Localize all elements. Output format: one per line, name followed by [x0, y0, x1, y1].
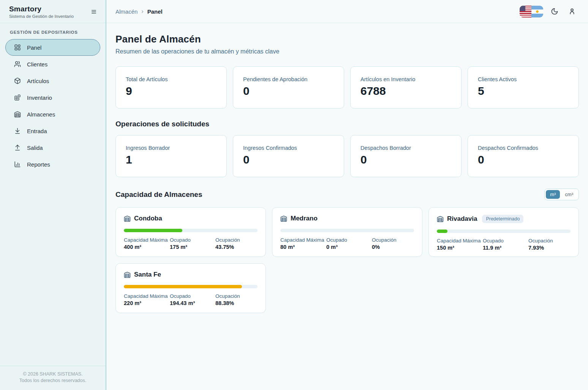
sidebar-item-label: Inventario: [27, 94, 52, 101]
us-flag-icon: [520, 6, 531, 17]
arrow-down-to-line-icon: [14, 127, 21, 134]
stat-card-clientes-activos: Clientes Activos 5: [468, 66, 579, 109]
capacity-progress-fill: [437, 230, 447, 233]
argentina-flag-icon: [531, 6, 543, 17]
capacity-max-value: 80 m³: [280, 244, 326, 250]
sidebar-item-almacenes[interactable]: Almacenes: [5, 106, 100, 123]
occupied-label: Ocupado: [170, 293, 215, 299]
stat-value: 0: [360, 153, 451, 166]
occupancy-label: Ocupación: [372, 237, 414, 243]
content: Panel de Almacén Resumen de las operacio…: [106, 23, 588, 390]
capacity-progress-track: [124, 285, 258, 288]
default-badge: Predeterminado: [482, 215, 523, 223]
stat-value: 1: [126, 153, 217, 166]
stat-value: 0: [243, 85, 334, 98]
capacity-max-value: 220 m³: [124, 300, 170, 306]
warehouse-name: Condoba: [134, 215, 162, 222]
breadcrumb-current: Panel: [147, 8, 163, 15]
language-toggle-button[interactable]: [520, 6, 543, 17]
warehouse-icon: [437, 215, 444, 222]
sidebar-item-label: Artículos: [27, 78, 49, 84]
copyright-line: © 2026 SHARK SISTEMAS.: [4, 371, 102, 377]
breadcrumb-almacen-link[interactable]: Almacén: [115, 8, 138, 15]
page-subtitle: Resumen de las operaciones de tu almacén…: [115, 48, 579, 55]
sidebar-item-entrada[interactable]: Entrada: [5, 123, 100, 139]
dashboard-icon: [14, 44, 21, 51]
capacity-max-label: Capacidad Máxima: [437, 238, 483, 244]
user-menu-button[interactable]: [566, 5, 578, 17]
sidebar-item-articulos[interactable]: Artículos: [5, 72, 100, 89]
capacity-section-title: Capacidad de Almacenes: [115, 190, 202, 199]
unit-cm3-button[interactable]: cm³: [561, 190, 577, 199]
occupancy-value: 88.38%: [215, 300, 258, 306]
operations-stats-grid: Ingresos Borrador 1 Ingresos Confirmados…: [115, 135, 579, 177]
user-icon: [568, 8, 576, 15]
capacity-max-label: Capacidad Máxima: [124, 293, 170, 299]
stat-value: 9: [126, 85, 217, 98]
stat-value: 0: [478, 153, 569, 166]
capacity-max-value: 400 m³: [124, 244, 170, 250]
warehouse-card-condoba: Condoba Capacidad Máxima 400 m³ Ocupado …: [115, 207, 266, 257]
sidebar-item-label: Entrada: [27, 128, 47, 134]
dark-mode-button[interactable]: [548, 5, 561, 17]
sidebar-item-clientes[interactable]: Clientes: [5, 56, 100, 72]
brand-subtitle: Sistema de Gestión de Inventario: [9, 14, 74, 19]
capacity-max-label: Capacidad Máxima: [280, 237, 326, 243]
moon-icon: [551, 8, 558, 15]
stat-card-despachos-confirmados: Despachos Confirmados 0: [468, 135, 579, 177]
occupancy-value: 7.93%: [528, 245, 571, 251]
warehouse-card-santa-fe: Santa Fe Capacidad Máxima 220 m³ Ocupado…: [115, 263, 266, 313]
users-icon: [14, 61, 21, 68]
stat-card-ingresos-confirmados: Ingresos Confirmados 0: [233, 135, 344, 177]
chevron-right-icon: ›: [141, 8, 143, 15]
warehouse-icon: [14, 111, 21, 118]
sidebar-item-reportes[interactable]: Reportes: [5, 156, 100, 173]
sidebar: Smartory Sistema de Gestión de Inventari…: [0, 0, 106, 390]
warehouse-icon: [124, 215, 131, 222]
warehouse-card-rivadavia: Rivadavia Predeterminado Capacidad Máxim…: [428, 207, 579, 257]
sidebar-item-label: Salida: [27, 145, 43, 151]
page-title: Panel de Almacén: [115, 33, 579, 45]
rights-line: Todos los derechos reservados.: [4, 377, 102, 384]
stat-card-pendientes-aprobacion: Pendientes de Aprobación 0: [233, 66, 344, 109]
occupied-value: 11.9 m³: [483, 245, 528, 251]
occupied-value: 0 m³: [326, 244, 372, 250]
nav-section-label: GESTIÓN DE DEPOSITARIOS: [5, 30, 100, 35]
sidebar-item-salida[interactable]: Salida: [5, 139, 100, 156]
occupied-label: Ocupado: [483, 238, 528, 244]
sidebar-item-panel[interactable]: Panel: [5, 39, 100, 56]
warehouse-icon: [280, 215, 287, 222]
sidebar-item-label: Clientes: [27, 61, 47, 68]
sidebar-collapse-button[interactable]: [88, 6, 100, 17]
bar-chart-icon: [14, 161, 21, 168]
occupancy-value: 0%: [372, 244, 414, 250]
stat-value: 6788: [360, 85, 451, 98]
top-stats-grid: Total de Artículos 9 Pendientes de Aprob…: [115, 66, 579, 109]
topbar: Almacén › Panel: [106, 0, 588, 23]
capacity-max-value: 150 m³: [437, 245, 483, 251]
stat-label: Despachos Confirmados: [478, 145, 569, 151]
occupancy-label: Ocupación: [215, 237, 258, 243]
sidebar-item-label: Reportes: [27, 161, 50, 168]
warehouse-icon: [124, 271, 131, 278]
occupied-label: Ocupado: [170, 237, 215, 243]
topbar-actions: [520, 5, 578, 17]
capacity-max-label: Capacidad Máxima: [124, 237, 170, 243]
stat-card-articulos-inventario: Artículos en Inventario 6788: [350, 66, 462, 109]
capacity-progress-fill: [124, 229, 182, 232]
occupancy-label: Ocupación: [528, 238, 571, 244]
arrow-up-from-line-icon: [14, 144, 21, 151]
warehouse-grid: Condoba Capacidad Máxima 400 m³ Ocupado …: [115, 207, 579, 313]
sidebar-item-label: Almacenes: [27, 111, 55, 118]
sidebar-footer: © 2026 SHARK SISTEMAS. Todos los derecho…: [0, 366, 106, 390]
capacity-progress-fill: [124, 285, 242, 288]
brand-title: Smartory: [9, 5, 74, 13]
stat-label: Total de Artículos: [126, 76, 217, 82]
sidebar-item-label: Panel: [27, 44, 41, 51]
capacity-progress-track: [437, 230, 571, 233]
stat-label: Despachos Borrador: [360, 145, 451, 151]
occupied-label: Ocupado: [326, 237, 372, 243]
sidebar-item-inventario[interactable]: Inventario: [5, 89, 100, 106]
unit-m3-button[interactable]: m³: [546, 190, 560, 199]
warehouse-name: Santa Fe: [134, 271, 161, 278]
